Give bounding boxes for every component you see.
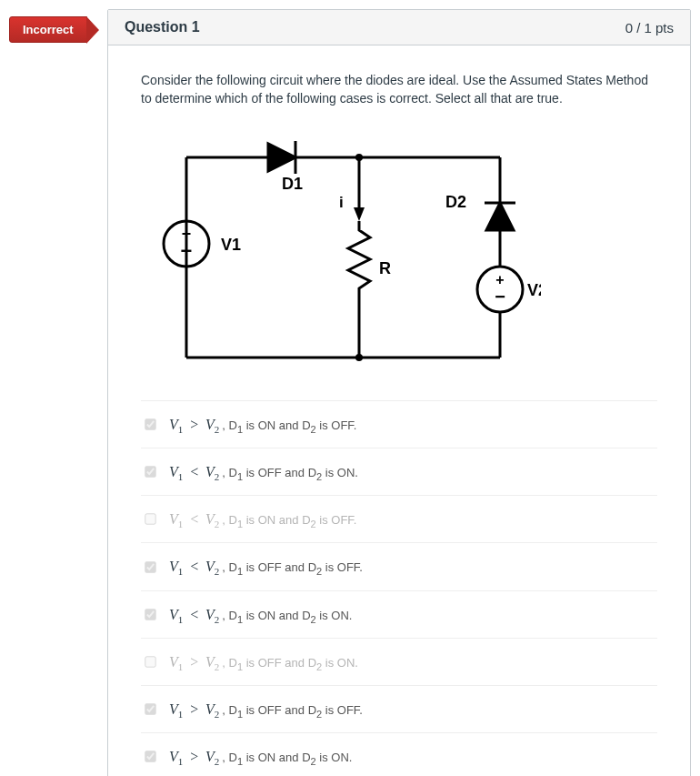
answer-checkbox[interactable] [145, 514, 155, 525]
answer-text: V1 < V2, D1 is ON and D2 is ON. [169, 604, 352, 625]
label-v2: V2 [527, 281, 541, 299]
answer-option[interactable]: V1 < V2, D1 is OFF and D2 is ON. [141, 448, 657, 495]
answer-text: V1 < V2, D1 is ON and D2 is OFF. [169, 509, 356, 529]
answer-checkbox[interactable] [145, 751, 155, 762]
svg-marker-2 [268, 144, 295, 171]
answer-option[interactable]: V1 < V2, D1 is ON and D2 is ON. [141, 590, 657, 638]
svg-marker-7 [486, 203, 514, 230]
svg-point-21 [355, 354, 363, 361]
svg-point-20 [355, 154, 363, 161]
answer-option[interactable]: V1 > V2, D1 is ON and D2 is OFF. [141, 400, 657, 448]
circuit-figure: + − + − D1 D2 V1 V2 i R [141, 121, 657, 380]
answer-checkbox[interactable] [145, 466, 155, 477]
svg-text:+: + [495, 272, 504, 287]
answer-option[interactable]: V1 > V2, D1 is ON and D2 is ON. [141, 732, 657, 776]
answer-option[interactable]: V1 > V2, D1 is OFF and D2 is OFF. [141, 685, 657, 732]
answer-text: V1 > V2, D1 is ON and D2 is ON. [169, 746, 352, 767]
label-v1: V1 [221, 236, 241, 254]
answer-checkbox[interactable] [145, 656, 155, 667]
answer-text: V1 < V2, D1 is OFF and D2 is ON. [169, 461, 358, 482]
answer-text: V1 > V2, D1 is ON and D2 is OFF. [169, 414, 356, 435]
question-header: Question 1 0 / 1 pts [108, 10, 690, 45]
answer-checkbox[interactable] [145, 703, 155, 714]
question-points: 0 / 1 pts [625, 20, 674, 35]
answer-checkbox[interactable] [145, 609, 155, 620]
answer-checkbox[interactable] [145, 418, 155, 429]
answer-text: V1 < V2, D1 is OFF and D2 is OFF. [169, 556, 363, 577]
answer-checkbox[interactable] [145, 561, 155, 572]
svg-marker-14 [354, 207, 365, 221]
circuit-svg: + − + − D1 D2 V1 V2 i R [141, 121, 541, 376]
answer-text: V1 > V2, D1 is OFF and D2 is ON. [169, 651, 358, 672]
answer-list: V1 > V2, D1 is ON and D2 is OFF.V1 < V2,… [141, 400, 657, 776]
question-title: Question 1 [125, 19, 200, 35]
svg-text:−: − [181, 239, 193, 262]
answer-option[interactable]: V1 < V2, D1 is OFF and D2 is OFF. [141, 542, 657, 590]
answer-option[interactable]: V1 < V2, D1 is ON and D2 is OFF. [141, 495, 657, 542]
question-card: Question 1 0 / 1 pts Consider the follow… [107, 9, 691, 776]
label-d2: D2 [445, 193, 466, 211]
incorrect-badge: Incorrect [9, 16, 87, 43]
label-r: R [379, 259, 391, 277]
label-i: i [339, 194, 344, 211]
question-body: Consider the following circuit where the… [108, 45, 690, 776]
svg-text:−: − [495, 287, 505, 307]
answer-option[interactable]: V1 > V2, D1 is OFF and D2 is ON. [141, 638, 657, 685]
question-prompt: Consider the following circuit where the… [141, 71, 657, 108]
label-d1: D1 [282, 175, 303, 193]
answer-text: V1 > V2, D1 is OFF and D2 is OFF. [169, 699, 363, 720]
